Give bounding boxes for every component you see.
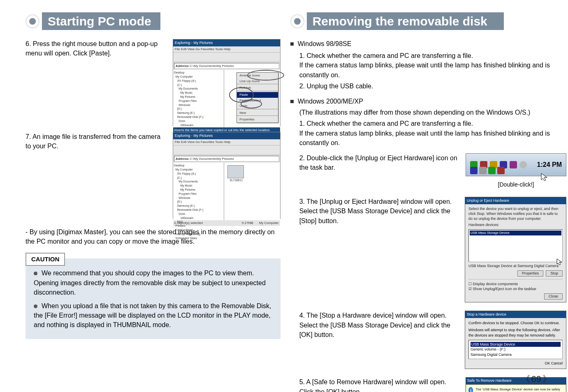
dlg1-item: USB Mass Storage Device <box>470 231 561 235</box>
digimax-master-note: - By using [Digimax Master], you can see… <box>26 227 281 246</box>
win1-toolbar <box>173 53 280 62</box>
win2-title: Exploring - My Pictures <box>173 132 280 139</box>
unplug-eject-dialog: Unplug or Eject Hardware Select the devi… <box>465 197 566 302</box>
thumb-label: SL730011 <box>227 178 245 182</box>
win2-menubar: File Edit View Go Favorites Tools Help <box>173 139 280 145</box>
system-tray-image: 1:24 PM <box>466 153 566 176</box>
win1-pane: Arrange Icons Line Up Icons Refresh Past… <box>224 70 280 127</box>
tray-time: 1:24 PM <box>537 160 562 169</box>
caution-box: CAUTION We recommend that you should cop… <box>26 258 281 339</box>
tray-icon <box>470 167 478 174</box>
win2-status-size: 5.27MB <box>242 221 253 226</box>
step-6-text: 6. Press the right mouse button and a po… <box>26 39 167 58</box>
dlg2-intro: Confirm devices to be stopped. Choose OK… <box>468 321 563 326</box>
heading-win98: Windows 98/98SE <box>290 39 566 48</box>
step-2k-2: 2. Double-click the [Unplug or Eject Har… <box>299 153 458 172</box>
caution-item-2: When you upload a file that is not taken… <box>34 301 272 330</box>
explorer-screenshot-1: Exploring - My Pictures File Edit View G… <box>173 39 281 126</box>
heading-win2k: Windows 2000/ME/XP <box>290 97 566 106</box>
win1-menubar: File Edit View Go Favorites Tools Help <box>173 46 280 53</box>
left-section-bullet <box>26 14 39 28</box>
right-section-header: Removing the removable disk <box>290 12 566 30</box>
left-section-title: Starting PC mode <box>42 12 160 30</box>
dlg1-cb-show: Show Unplug/Eject icon on the taskbar <box>473 287 537 291</box>
win2-status-loc: My Computer <box>259 221 279 226</box>
step-2k-3: 3. The [Unplug or Eject Hardware] window… <box>299 197 457 226</box>
win1-title: Exploring - My Pictures <box>173 39 280 46</box>
ctx-prop: Properties <box>237 117 278 122</box>
dlg2-li1: USB Mass Storage Device <box>471 342 561 347</box>
dlg1-btn-stop: Stop <box>546 270 563 277</box>
callout-bubble-1 <box>247 70 284 81</box>
step-7-text: 7. An image file is transferred from the… <box>26 132 167 151</box>
dlg1-intro: Select the device you want to unplug or … <box>468 207 563 221</box>
win2-pane: SL730011 <box>224 163 280 220</box>
eject-hardware-icon <box>497 167 505 174</box>
step-98-1: 1. Check whether the camera and PC are t… <box>299 51 566 80</box>
dlg1-btn-props: Properties <box>517 270 543 277</box>
thumb-icon <box>227 165 244 178</box>
right-section-title: Removing the removable disk <box>307 12 504 30</box>
cursor-icon <box>556 258 563 265</box>
ctx-new: New <box>237 110 278 116</box>
tray-caption: [Double-click!] <box>466 180 566 189</box>
left-section-header: Starting PC mode <box>26 12 281 30</box>
dlg2-li3: Samsung Digital Camera <box>471 352 561 357</box>
dlg3-msg: The 'USB Mass Storage Device' device can… <box>475 387 563 392</box>
tray-icon <box>488 167 496 174</box>
desc-win2k: (The illustrations may differ from those… <box>299 108 566 117</box>
tray-icon <box>479 167 487 174</box>
info-icon: i <box>468 387 473 392</box>
right-section-bullet <box>290 14 304 28</box>
stop-hardware-dialog: Stop a Hardware device Confirm devices t… <box>465 311 566 369</box>
caution-item-1: We recommend that you should copy the im… <box>34 268 272 297</box>
step-2k-1: 1. Check whether the camera and PC are t… <box>299 119 566 148</box>
caution-label: CAUTION <box>26 253 65 266</box>
win2-tree: Desktop My Computer 3½ Floppy (A:) (C:) … <box>173 163 225 220</box>
addr-lbl: Address <box>176 64 189 68</box>
win1-tree: Desktop My Computer 3½ Floppy (A:) (C:) … <box>173 70 225 127</box>
page-number: 《69》 <box>521 373 552 385</box>
dlg2-btn-cancel: Cancel <box>551 361 563 365</box>
win2-status-left: 0 object(s) selected <box>174 221 203 226</box>
dlg1-desc: USB Mass Storage Device at Samsung Digit… <box>468 264 563 269</box>
dlg2-li2: Generic volume - (F:) <box>471 347 561 352</box>
dlg2-title: Stop a Hardware device <box>465 311 566 318</box>
cursor-icon <box>540 173 549 182</box>
explorer-screenshot-2: Exploring - My Pictures File Edit View G… <box>173 132 281 219</box>
dlg1-cb-display: Display device components <box>473 282 518 286</box>
tray-icon <box>510 161 517 168</box>
dlg1-title: Unplug or Eject Hardware <box>465 197 566 204</box>
step-2k-5: 5. A [Safe to Remove Hardware] window wi… <box>299 377 458 392</box>
win2-toolbar <box>173 145 280 155</box>
dlg2-btn-ok: OK <box>545 361 550 365</box>
dlg2-intro2: Windows will attempt to stop the followi… <box>468 327 563 338</box>
dlg1-btn-close: Close <box>544 293 563 300</box>
step-98-2: 2. Unplug the USB cable. <box>299 81 566 91</box>
dlg1-hw-label: Hardware devices: <box>468 223 563 228</box>
step-2k-4: 4. The [Stop a Hardware device] window w… <box>299 311 457 339</box>
tray-icon <box>519 161 527 168</box>
addr-val: C:\My Documents\My Pictures <box>190 64 234 68</box>
